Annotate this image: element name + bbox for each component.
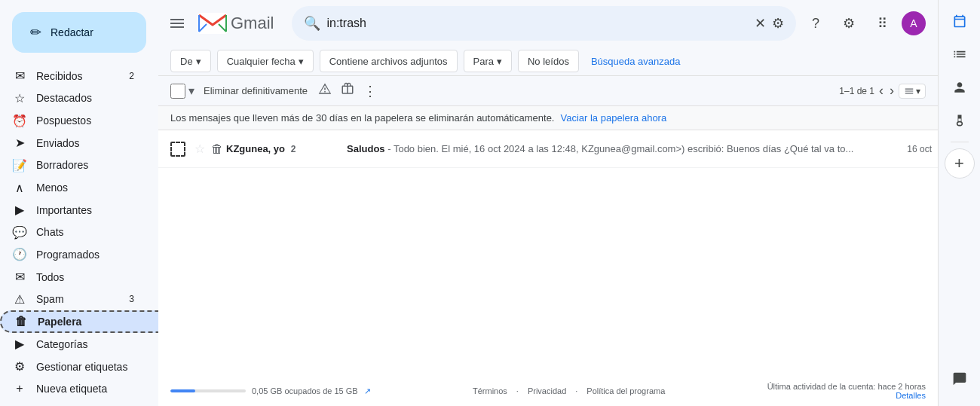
filter-de-label: De: [180, 56, 193, 67]
footer-activity: Última actividad de la cuenta: hace 2 ho…: [767, 382, 926, 400]
advanced-search-link[interactable]: Búsqueda avanzada: [585, 53, 687, 70]
all-mail-icon: ✉: [12, 270, 27, 284]
empty-trash-link[interactable]: Vaciar la papelera ahora: [560, 112, 666, 124]
email-sender: KZgunea, yo 2: [226, 143, 347, 154]
sidebar-item-label: Nueva etiqueta: [36, 383, 134, 395]
svg-rect-1: [170, 23, 184, 24]
sidebar-item-menos[interactable]: ∧ Menos: [0, 176, 146, 199]
calendar-button[interactable]: [945, 6, 975, 36]
footer-privacy[interactable]: Privacidad: [528, 386, 566, 395]
sidebar-item-label: Chats: [36, 226, 134, 238]
sidebar-item-chats[interactable]: 💬 Chats: [0, 221, 146, 243]
storage-info: 0,05 GB ocupados de 15 GB ↗: [170, 386, 371, 396]
checkbox-dropdown-icon[interactable]: ▾: [188, 84, 194, 98]
email-trash-icon: 🗑: [211, 142, 223, 156]
sidebar-item-nueva-etiqueta[interactable]: + Nueva etiqueta: [0, 377, 146, 400]
search-bar: 🔍 ✕ ⚙: [292, 6, 796, 41]
apps-button[interactable]: ⠿: [868, 10, 896, 37]
move-button[interactable]: [336, 79, 359, 102]
inbox-icon: ✉: [12, 69, 27, 83]
chat-icon-rs: [945, 364, 975, 394]
right-sidebar: +: [938, 0, 980, 406]
sidebar-item-label: Papelera: [38, 316, 146, 328]
info-banner: Los mensajes que lleven más de 30 días e…: [158, 106, 938, 130]
activity-line1: Última actividad de la cuenta: hace 2 ho…: [767, 382, 926, 391]
pagination: 1–1 de 1 ‹ › ▾: [839, 81, 926, 100]
footer-terms[interactable]: Términos: [473, 386, 507, 395]
sidebar-item-recibidos[interactable]: ✉ Recibidos 2: [0, 65, 146, 87]
sidebar-item-destacados[interactable]: ☆ Destacados: [0, 87, 146, 110]
search-clear-icon[interactable]: ✕: [755, 15, 766, 32]
settings-button[interactable]: ⚙: [835, 10, 862, 37]
more-options-button[interactable]: ⋮: [359, 80, 381, 102]
activity-details-link[interactable]: Detalles: [767, 391, 926, 400]
manage-labels-icon: ⚙: [12, 359, 27, 374]
email-row[interactable]: ☆ 🗑 KZgunea, yo 2 Saludos - Todo bien. E…: [158, 130, 938, 168]
filter-no-leidos-button[interactable]: No leídos: [518, 50, 579, 72]
svg-rect-0: [170, 19, 184, 20]
email-count: 2: [291, 144, 296, 154]
search-options-icon[interactable]: ⚙: [772, 15, 784, 32]
report-button[interactable]: [314, 79, 336, 102]
hamburger-menu[interactable]: [170, 17, 188, 30]
sidebar-item-programados[interactable]: 🕐 Programados: [0, 243, 146, 266]
svg-rect-2: [170, 26, 184, 28]
sidebar-item-papelera[interactable]: 🗑 Papelera: [0, 310, 158, 333]
filter-para-button[interactable]: Para ▾: [464, 50, 512, 72]
search-input[interactable]: [326, 17, 749, 30]
chevron-down-icon: ▾: [916, 86, 920, 96]
star-icon[interactable]: ☆: [194, 142, 205, 156]
filter-adjuntos-button[interactable]: Contiene archivos adjuntos: [320, 50, 458, 72]
delete-permanently-button[interactable]: Eliminar definitivamente: [198, 80, 314, 102]
sidebar-item-spam[interactable]: ⚠ Spam 3: [0, 288, 146, 310]
select-all-checkbox[interactable]: [170, 84, 185, 99]
sidebar-item-label: Destacados: [36, 92, 134, 104]
search-icon[interactable]: 🔍: [304, 15, 320, 32]
gmail-text: Gmail: [231, 14, 274, 33]
storage-bar: [170, 389, 246, 392]
next-page-button[interactable]: ›: [888, 81, 896, 100]
storage-link-icon[interactable]: ↗: [364, 386, 371, 396]
sidebar-item-label: Todos: [36, 271, 134, 283]
sidebar-item-importantes[interactable]: ▶ Importantes: [0, 199, 146, 221]
email-checkbox-container: [170, 142, 185, 157]
sidebar-item-categorias[interactable]: ▶ Categorías: [0, 333, 146, 356]
trash-icon: 🗑: [14, 315, 29, 328]
keep-button[interactable]: [945, 105, 975, 136]
more-options-icon: ⋮: [363, 84, 377, 99]
filter-de-button[interactable]: De ▾: [170, 50, 211, 72]
sidebar-item-gestionar[interactable]: ⚙ Gestionar etiquetas: [0, 356, 146, 378]
sidebar-item-enviados[interactable]: ➤ Enviados: [0, 132, 146, 154]
filter-fecha-button[interactable]: Cualquier fecha ▾: [217, 50, 314, 72]
sidebar-item-label: Pospuestos: [36, 114, 134, 127]
top-bar: Gmail 🔍 ✕ ⚙ ? ⚙ ⠿ A: [158, 0, 938, 47]
add-label-icon: +: [12, 382, 27, 395]
top-bar-right: ? ⚙ ⠿ A: [802, 10, 926, 37]
footer-links: Términos · Privacidad · Política del pro…: [473, 386, 665, 395]
sidebar-item-borradores[interactable]: 📝 Borradores: [0, 154, 146, 177]
add-app-button[interactable]: +: [945, 148, 975, 179]
footer-policy[interactable]: Política del programa: [586, 386, 665, 395]
spam-icon: ⚠: [12, 292, 27, 307]
rs-divider: [951, 142, 969, 142]
star-icon: ☆: [12, 91, 27, 105]
compose-button[interactable]: ✏ Redactar: [12, 12, 146, 53]
gmail-logo: Gmail: [198, 13, 274, 34]
prev-page-button[interactable]: ‹: [877, 81, 885, 100]
filter-bar: De ▾ Cualquier fecha ▾ Contiene archivos…: [158, 47, 938, 76]
help-button[interactable]: ?: [802, 10, 829, 37]
filter-para-label: Para: [473, 56, 494, 67]
sidebar-item-pospuestos[interactable]: ⏰ Pospuestos: [0, 109, 146, 132]
chat-button-rs[interactable]: [945, 364, 975, 400]
main-content: Gmail 🔍 ✕ ⚙ ? ⚙ ⠿ A De ▾ Cualquier fecha…: [158, 0, 938, 406]
sidebar-item-todos[interactable]: ✉ Todos: [0, 266, 146, 288]
chat-icon: 💬: [12, 225, 27, 240]
avatar[interactable]: A: [902, 11, 926, 35]
scheduled-icon: 🕐: [12, 247, 27, 261]
view-toggle-button[interactable]: ▾: [899, 84, 926, 99]
storage-bar-fill: [170, 389, 195, 392]
contacts-button[interactable]: [945, 72, 975, 102]
tasks-button[interactable]: [945, 39, 975, 69]
email-footer: 0,05 GB ocupados de 15 GB ↗ Términos · P…: [158, 376, 938, 406]
filter-fecha-label: Cualquier fecha: [227, 56, 296, 67]
